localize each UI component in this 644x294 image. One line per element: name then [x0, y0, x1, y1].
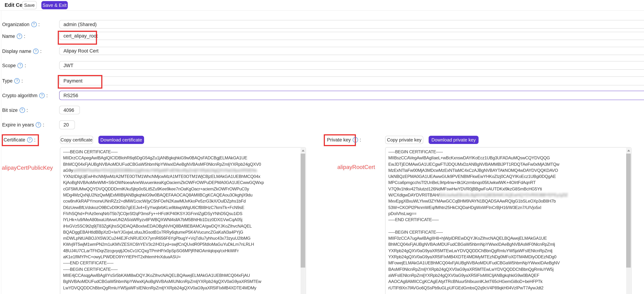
page-left-divider: [1, 0, 2, 294]
private-key-textarea[interactable]: -----BEGIN CERTIFICATE-----MIIBszCCAVegA…: [385, 147, 632, 294]
text-line: 53W+CKOPl2PknmWEq/lMhtn25HkCIQDaHDgWxWFt…: [388, 205, 626, 211]
text-line: KjAoBgNVBAoMIeWMl+S6rOWNoeaAneWuvuenkeaK…: [63, 180, 300, 187]
copy-private-key-button[interactable]: Copy private key: [385, 136, 423, 144]
help-icon[interactable]: ?: [353, 137, 358, 142]
edit-cert-page: Edit Cert Save Save & Exit Organization?…: [0, 0, 644, 294]
text-line: MxvEpgXBxuWLYlvwl3ZYMAwGCCqBHM9VAYN1BQAD…: [388, 199, 626, 205]
text-line: MPCca6pmgcchsTf2UnBeL9rtp4nw+itk1Kzrmbnq…: [388, 180, 626, 187]
text-line: YXRpb24gQXV0aG9yaXR5IFIxMB4XDTE4MDMyMTEz…: [388, 254, 626, 261]
help-icon[interactable]: ?: [14, 78, 20, 83]
bit-size-input[interactable]: 4096: [59, 106, 80, 114]
text-line: YXNzIDIgUjEwHhcNMjIwMzA2MTE0OTM1WhcNMjcw…: [63, 174, 300, 180]
text-line: YXRpb24gQXV0aG9yaXR5MTEwLwYDVQQDDChBbnQg…: [388, 248, 626, 254]
private-key-annotation: alipayRootCert: [337, 164, 375, 170]
certificate-scrollbar[interactable]: [300, 148, 305, 294]
text-line: -----BEGIN CERTIFICATE-----: [63, 267, 300, 273]
text-line: AAOCAg8AMIICCgKCAgEAtytTRcBNuur5h8xuxnlK…: [388, 279, 626, 285]
text-line: cGF5MUMwQQYDVQQDDDrmlK/ku5jlrp0o5Lit5Zu9…: [63, 187, 300, 193]
scroll-up-icon[interactable]: [626, 148, 631, 153]
certificate-text: -----BEGIN CERTIFICATE-----MIIDrzCCApegA…: [63, 149, 300, 294]
download-private-key-button[interactable]: Download private key: [428, 136, 478, 144]
text-line: -----END CERTIFICATE-----: [388, 217, 626, 224]
text-line: pDoiVhsLwg==: [388, 211, 626, 217]
certificate-annotation: alipayCertPublicKey: [2, 165, 53, 171]
text-line: lYLHk+/u9/MeA80bxaU/blvwUN2A5/aWRyzv8FWB…: [63, 217, 300, 224]
certificate-label: Certificate?:: [4, 135, 36, 144]
text-line: EwJDTjEOMAwGA1UECgwFTlJDQUMxDzANBgNVBAMM…: [388, 162, 626, 168]
text-line: MIIDrzCCApegAwIBAgIQICIDBlohR6q6DgG54gZu…: [63, 156, 300, 162]
expire-in-years-label: Expire in years?:: [2, 120, 44, 129]
organization-select[interactable]: admin (Shared): [59, 20, 644, 29]
name-label: Name?:: [2, 32, 25, 40]
text-line: W/CXdlgwDAYDVR0TBAH/BAUwAwEB/zALBgNVHQ8E…: [388, 193, 626, 199]
private-key-scrollbar-thumb[interactable]: [626, 154, 631, 267]
text-line: V7Q9v1htkv42Tslutzd126NdMFswHwYDVR0jBBgw…: [388, 187, 626, 193]
text-line: MDg4MzQxNjU2NzQwMjExMIIBIjANBgkqhkiG9w0B…: [63, 193, 300, 199]
text-line: MzExNTlaFw00MjA3MDcwMzExNTlaMC4xCzAJBgNV…: [388, 168, 626, 174]
download-certificate-button[interactable]: Download certificate: [98, 136, 144, 144]
text-line: aWFsIENlcnRpZmljYXRpb24gQXV0aG9yaXR5IFIx…: [388, 273, 626, 279]
text-line: ccw8rvKkRAPYmorwUNnRZz2+dMiW1cscW/jyC5hF…: [63, 199, 300, 205]
text-line: BhMCQ04xFjAUBgNVBAoMDUFudCBGaW5hbmNpYWwx…: [388, 242, 626, 248]
private-key-label: Private key?:: [327, 135, 361, 144]
organization-label: Organization?:: [2, 20, 40, 29]
text-line: MIIBszCCAVegAwIBAgIIaeL+wBcKxnswDAYIKoEc…: [388, 156, 626, 162]
help-icon[interactable]: ?: [20, 107, 25, 113]
display-name-input[interactable]: Alipay Root Cert: [59, 47, 644, 55]
header-bar: Edit Cert Save Save & Exit: [0, 0, 644, 11]
certificate-scrollbar-thumb[interactable]: [300, 154, 305, 267]
help-icon[interactable]: ?: [33, 48, 38, 54]
scope-select[interactable]: JWT: [59, 61, 644, 70]
text-line: aG9yaXR5MTkwNwYDVQQDDDBBbnQgRmluYW5jaWFs…: [63, 168, 300, 174]
text-line: LwYDVQQDDChBbnQgRmluYW5jaWFsIENlcnRpZmlj…: [63, 285, 300, 291]
help-icon[interactable]: ?: [36, 122, 41, 127]
type-label: Type?:: [2, 76, 23, 85]
name-input[interactable]: cert_alipay_root: [59, 32, 644, 40]
save-button[interactable]: Save: [22, 1, 37, 9]
crypto-algorithm-select[interactable]: RS256: [59, 91, 644, 100]
help-icon[interactable]: ?: [18, 63, 23, 68]
copy-certificate-button[interactable]: Copy certificate: [60, 136, 93, 144]
bit-size-label: Bit size?:: [2, 106, 28, 114]
text-line: BAsMF0NlcnRpZmljYXRpb24gQXV0aG9yaXR5MTEw…: [388, 267, 626, 273]
text-line: [388, 223, 626, 230]
private-key-text: -----BEGIN CERTIFICATE-----MIIBszCCAVegA…: [388, 149, 626, 294]
display-name-label: Display name?:: [2, 47, 42, 55]
text-line: -----END CERTIFICATE-----: [63, 261, 300, 267]
scroll-up-icon[interactable]: [300, 148, 305, 153]
help-icon[interactable]: ?: [17, 33, 22, 39]
text-line: -----BEGIN CERTIFICATE-----: [63, 149, 300, 156]
text-line: MFowejELMAkGA1UEBhMCQ04xFjAUBgNVBAoMDUFu…: [388, 261, 626, 267]
text-line: BhMCQ04xFjAUBgNVBAoMDUFudCBGaW5hbmNpYWwx…: [63, 162, 300, 168]
text-line: -----BEGIN CERTIFICATE-----: [388, 230, 626, 236]
save-and-exit-button[interactable]: Save & Exit: [41, 1, 68, 9]
text-line: 4BUJ4U7CLarTFhDqrZlzcgvyqtjJOsCv1ICQxgTP…: [63, 248, 300, 254]
text-line: BQADggEBAHtIdBBpXzD+IwYJGxjwLsfuuJtGsotB…: [63, 230, 300, 236]
text-line: -----BEGIN CERTIFICATE-----: [388, 149, 626, 156]
text-line: FiVhSQhd+PrAz0enqNrbT5b7jCOjeSf2qP3msFy+…: [63, 211, 300, 217]
text-line: iHxGVz5SC9t2q9jT83ZgKjhsSQIDAQABoxIwEDAO…: [63, 223, 300, 230]
type-select[interactable]: Payment: [59, 76, 644, 85]
text-line: MIIF0zCCA7ugAwIBAgIIH8+hjWpIDREwDQYJKoZI…: [388, 236, 626, 242]
scope-label: Scope?:: [2, 61, 26, 70]
help-icon[interactable]: ?: [31, 22, 36, 27]
text-line: BgNVBAoMDUFudCBGaW5hbmNpYWwxKjAoBgNVBAsM…: [63, 279, 300, 285]
text-line: aK1e1fIMYPrC+owyLPWDEO9YrYtEPHT2xlhtemHn…: [63, 254, 300, 261]
text-line: MIIE4jCCAsqgAwIBAgIIYsSr5bKAMl8wDQYJKoZI…: [63, 273, 300, 279]
text-line: D6zUewBfLVdskozO9BCvD0Kt5b7gEEJx4+EyYwqb…: [63, 205, 300, 211]
text-line: rUTlFt9Xn7fAVGo6QSsPb9uGLpUFGEdGmbsQ2q9c…: [388, 285, 626, 291]
text-line: UkNBQzEPMA0GA1UEAwwGUk9PVENBMFkwEwYHKoZI…: [388, 174, 626, 180]
text-line: mDWLpNtUABOJ/X5WJCu244EJFcNRUEXX7yrnR656…: [63, 236, 300, 242]
private-key-scrollbar[interactable]: [626, 148, 631, 294]
certificate-textarea[interactable]: -----BEGIN CERTIFICATE-----MIIDrzCCApegA…: [60, 147, 306, 294]
help-icon[interactable]: ?: [39, 93, 44, 98]
text-line: KWvj9T5wjM1wmPN2m1uKMVZESXC6hYEV3c2/HD1y…: [63, 242, 300, 248]
help-icon[interactable]: ?: [27, 137, 32, 142]
crypto-algorithm-label: Crypto algorithm?:: [2, 91, 48, 100]
expire-in-years-input[interactable]: 20: [59, 120, 75, 129]
